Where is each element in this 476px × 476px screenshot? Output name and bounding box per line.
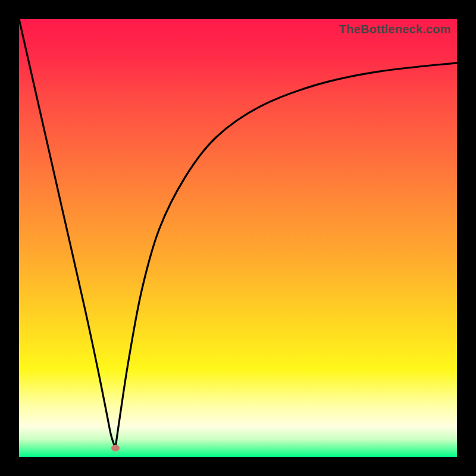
plot-area: TheBottleneck.com: [19, 19, 457, 457]
curve-right-branch: [115, 63, 457, 449]
optimum-marker-icon: [111, 445, 120, 452]
bottleneck-curve: [19, 19, 457, 457]
curve-left-branch: [19, 19, 115, 448]
chart-frame: TheBottleneck.com: [0, 0, 476, 476]
